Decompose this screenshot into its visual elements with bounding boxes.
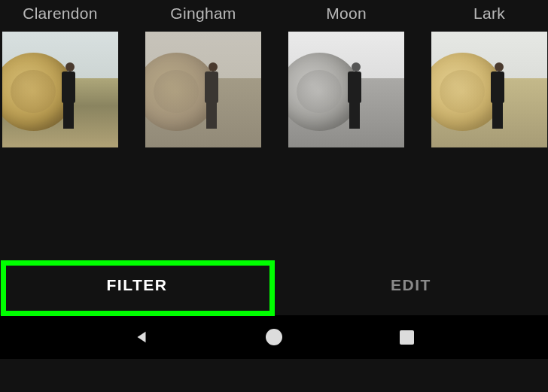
nav-home-button[interactable]: [251, 322, 297, 352]
back-triangle-icon: [133, 329, 150, 345]
filter-thumbnail[interactable]: [288, 32, 404, 147]
filter-thumbnail[interactable]: [2, 32, 118, 147]
app-container: Clarendon Gingham: [0, 0, 548, 392]
filter-label: Clarendon: [23, 5, 98, 23]
filter-thumbnail[interactable]: [145, 32, 261, 147]
thumbnail-scene: [431, 32, 547, 147]
thumbnail-scene: [288, 32, 404, 147]
filter-label: Gingham: [170, 5, 236, 23]
nav-recent-button[interactable]: [384, 322, 429, 352]
thumbnail-scene: [145, 32, 261, 147]
nav-back-button[interactable]: [119, 322, 164, 352]
filter-item-lark[interactable]: Lark: [431, 5, 547, 147]
bottom-tabs: FILTER EDIT: [0, 257, 548, 313]
android-navbar: [0, 315, 548, 359]
filter-item-moon[interactable]: Moon: [288, 5, 404, 147]
content-area: Clarendon Gingham: [0, 0, 548, 315]
tab-edit[interactable]: EDIT: [274, 257, 548, 313]
filter-label: Lark: [473, 5, 505, 23]
filter-item-clarendon[interactable]: Clarendon: [2, 5, 118, 147]
filter-row[interactable]: Clarendon Gingham: [0, 5, 548, 147]
filter-thumbnail[interactable]: [431, 32, 547, 147]
filter-item-gingham[interactable]: Gingham: [145, 5, 261, 147]
tab-edit-label: EDIT: [391, 276, 431, 294]
spacer: [0, 147, 548, 257]
recent-square-icon: [400, 330, 414, 345]
tab-filter[interactable]: FILTER: [0, 257, 274, 313]
thumbnail-scene: [2, 32, 118, 147]
tab-filter-label: FILTER: [107, 276, 168, 294]
home-circle-icon: [266, 329, 282, 345]
filter-label: Moon: [326, 5, 367, 23]
